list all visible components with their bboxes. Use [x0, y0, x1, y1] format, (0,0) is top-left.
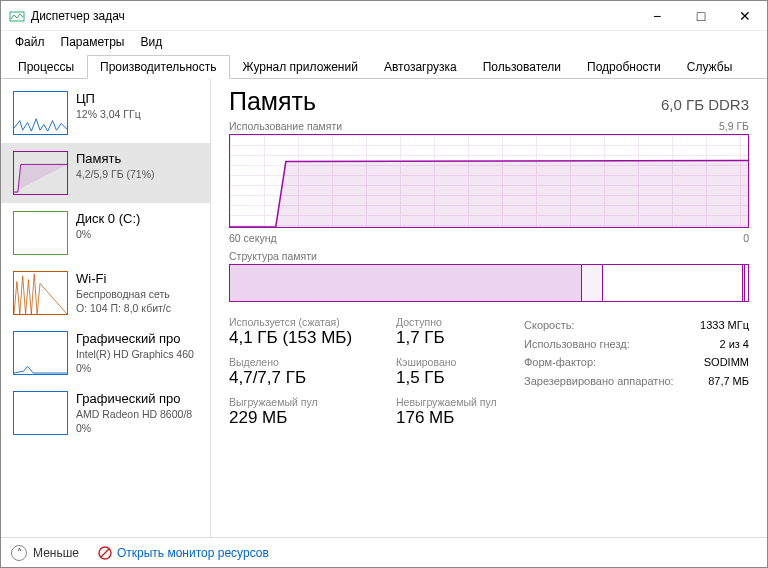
- usage-max: 5,9 ГБ: [719, 120, 749, 132]
- stat-committed-label: Выделено: [229, 356, 374, 368]
- sidebar-item-wifi[interactable]: Wi-Fi Беспроводная сеть О: 104 П: 8,0 кб…: [1, 263, 210, 323]
- close-button[interactable]: ✕: [723, 1, 767, 31]
- kv-reserved-k: Зарезервировано аппаратно:: [524, 372, 674, 391]
- gpu1-thumb: [13, 391, 68, 435]
- app-icon: [9, 8, 25, 24]
- kv-form-k: Форм-фактор:: [524, 353, 596, 372]
- footer: ˄ Меньше Открыть монитор ресурсов: [1, 537, 767, 567]
- kv-speed-v: 1333 МГц: [700, 316, 749, 335]
- stat-cached-label: Кэшировано: [396, 356, 496, 368]
- sidebar: ЦП 12% 3,04 ГГц Память 4,2/5,9 ГБ (71%) …: [1, 79, 211, 537]
- stats-right: Скорость:1333 МГц Использовано гнезд:2 и…: [524, 316, 749, 436]
- sidebar-gpu1-title: Графический про: [76, 391, 192, 408]
- stat-nonpaged-label: Невыгружаемый пул: [396, 396, 497, 408]
- stat-nonpaged-value: 176 МБ: [396, 408, 497, 428]
- cpu-thumb: [13, 91, 68, 135]
- sidebar-cpu-title: ЦП: [76, 91, 141, 108]
- window-controls: − □ ✕: [635, 1, 767, 31]
- memory-composition-chart: [229, 264, 749, 302]
- kv-form-v: SODIMM: [704, 353, 749, 372]
- stat-cached-value: 1,5 ГБ: [396, 368, 496, 388]
- tab-startup[interactable]: Автозагрузка: [371, 55, 470, 78]
- chevron-up-icon: ˄: [11, 545, 27, 561]
- menu-options[interactable]: Параметры: [53, 33, 133, 51]
- sidebar-disk-sub: 0%: [76, 228, 140, 242]
- menu-bar: Файл Параметры Вид: [1, 31, 767, 53]
- sidebar-memory-title: Память: [76, 151, 155, 168]
- menu-view[interactable]: Вид: [132, 33, 170, 51]
- resource-monitor-label: Открыть монитор ресурсов: [117, 546, 269, 560]
- detail-pane: Память 6,0 ГБ DDR3 Использование памяти …: [211, 79, 767, 537]
- stat-used-value: 4,1 ГБ (153 МБ): [229, 328, 374, 348]
- sidebar-gpu1-sub2: 0%: [76, 422, 192, 436]
- tab-services[interactable]: Службы: [674, 55, 745, 78]
- main-area: ЦП 12% 3,04 ГГц Память 4,2/5,9 ГБ (71%) …: [1, 79, 767, 537]
- sidebar-gpu0-sub2: 0%: [76, 362, 194, 376]
- stat-avail-label: Доступно: [396, 316, 496, 328]
- sidebar-item-memory[interactable]: Память 4,2/5,9 ГБ (71%): [1, 143, 210, 203]
- stat-committed-value: 4,7/7,7 ГБ: [229, 368, 374, 388]
- tab-details[interactable]: Подробности: [574, 55, 674, 78]
- tab-app-history[interactable]: Журнал приложений: [230, 55, 371, 78]
- stat-avail-value: 1,7 ГБ: [396, 328, 496, 348]
- detail-title: Память: [229, 87, 316, 116]
- gpu0-thumb: [13, 331, 68, 375]
- kv-slots-v: 2 из 4: [719, 335, 749, 354]
- sidebar-memory-sub: 4,2/5,9 ГБ (71%): [76, 168, 155, 182]
- tab-users[interactable]: Пользователи: [470, 55, 574, 78]
- sidebar-item-cpu[interactable]: ЦП 12% 3,04 ГГц: [1, 83, 210, 143]
- tab-bar: Процессы Производительность Журнал прило…: [1, 55, 767, 79]
- fewer-details-button[interactable]: ˄ Меньше: [11, 545, 79, 561]
- stats-area: Используется (сжатая) 4,1 ГБ (153 МБ) До…: [229, 316, 749, 436]
- wifi-thumb: [13, 271, 68, 315]
- sidebar-item-gpu0[interactable]: Графический про Intel(R) HD Graphics 460…: [1, 323, 210, 383]
- sidebar-wifi-sub1: Беспроводная сеть: [76, 288, 171, 302]
- sidebar-item-gpu1[interactable]: Графический про AMD Radeon HD 8600/8 0%: [1, 383, 210, 443]
- sidebar-gpu0-sub1: Intel(R) HD Graphics 460: [76, 348, 194, 362]
- disk-thumb: [13, 211, 68, 255]
- stat-paged-value: 229 МБ: [229, 408, 374, 428]
- xaxis-left: 60 секунд: [229, 232, 277, 244]
- sidebar-gpu0-title: Графический про: [76, 331, 194, 348]
- usage-label: Использование памяти: [229, 120, 342, 132]
- sidebar-gpu1-sub1: AMD Radeon HD 8600/8: [76, 408, 192, 422]
- sidebar-disk-title: Диск 0 (C:): [76, 211, 140, 228]
- sidebar-wifi-sub2: О: 104 П: 8,0 кбит/с: [76, 302, 171, 316]
- resource-monitor-icon: [97, 545, 113, 561]
- memory-thumb: [13, 151, 68, 195]
- minimize-button[interactable]: −: [635, 1, 679, 31]
- sidebar-cpu-sub: 12% 3,04 ГГц: [76, 108, 141, 122]
- xaxis-right: 0: [743, 232, 749, 244]
- kv-slots-k: Использовано гнезд:: [524, 335, 630, 354]
- composition-label: Структура памяти: [229, 250, 317, 262]
- kv-speed-k: Скорость:: [524, 316, 575, 335]
- maximize-button[interactable]: □: [679, 1, 723, 31]
- detail-subtitle: 6,0 ГБ DDR3: [661, 96, 749, 113]
- title-bar: Диспетчер задач − □ ✕: [1, 1, 767, 31]
- memory-usage-chart: [229, 134, 749, 228]
- svg-line-2: [101, 549, 109, 557]
- tab-processes[interactable]: Процессы: [5, 55, 87, 78]
- sidebar-item-disk[interactable]: Диск 0 (C:) 0%: [1, 203, 210, 263]
- open-resource-monitor-link[interactable]: Открыть монитор ресурсов: [97, 545, 269, 561]
- menu-file[interactable]: Файл: [7, 33, 53, 51]
- sidebar-wifi-title: Wi-Fi: [76, 271, 171, 288]
- stat-used-label: Используется (сжатая): [229, 316, 374, 328]
- stat-paged-label: Выгружаемый пул: [229, 396, 374, 408]
- tab-performance[interactable]: Производительность: [87, 55, 229, 79]
- fewer-details-label: Меньше: [33, 546, 79, 560]
- window-title: Диспетчер задач: [31, 9, 635, 23]
- kv-reserved-v: 87,7 МБ: [708, 372, 749, 391]
